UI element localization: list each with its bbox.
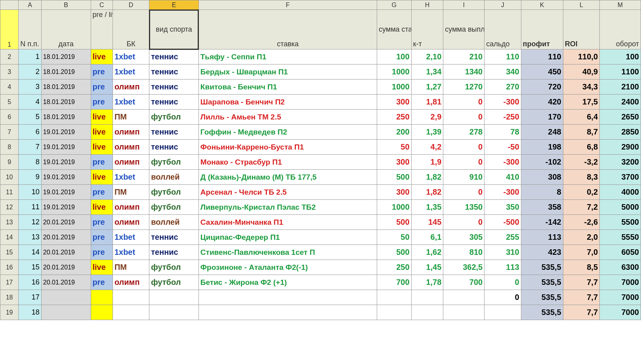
header-oborot[interactable]: оборот — [600, 10, 641, 49]
cell-sport[interactable]: теннис — [149, 64, 199, 80]
cell-sport[interactable] — [149, 305, 199, 320]
col-header-I[interactable]: I — [443, 0, 485, 10]
cell-sum[interactable]: 250 — [377, 260, 411, 275]
row-header[interactable]: 3 — [0, 64, 19, 80]
cell-profit[interactable]: 720 — [521, 80, 563, 95]
row-header[interactable]: 19 — [0, 305, 19, 320]
cell-bk[interactable]: олимп — [113, 215, 149, 230]
cell-sum[interactable]: 300 — [377, 155, 411, 170]
cell-profit[interactable]: 113 — [521, 230, 563, 245]
cell-bet[interactable] — [198, 305, 377, 320]
cell-profit[interactable]: 358 — [521, 200, 563, 215]
cell-roi[interactable]: 8,7 — [563, 125, 599, 140]
cell-pay[interactable]: 362,5 — [443, 260, 485, 275]
row-header[interactable]: 17 — [0, 275, 19, 290]
cell-sport[interactable]: теннис — [149, 49, 199, 64]
cell-saldo[interactable]: 110 — [485, 49, 521, 64]
cell-prelive[interactable]: live — [91, 49, 113, 64]
cell-roi[interactable]: 7,7 — [563, 305, 599, 320]
row-header[interactable]: 9 — [0, 155, 19, 170]
cell-date[interactable]: 18.01.2019 — [41, 49, 91, 64]
cell-saldo[interactable]: -250 — [485, 110, 521, 125]
cell-bk[interactable]: олимп — [113, 140, 149, 155]
header-sport[interactable]: вид спорта — [149, 10, 199, 49]
cell-sum[interactable]: 1000 — [377, 80, 411, 95]
cell-date[interactable] — [41, 290, 91, 305]
row-header[interactable]: 16 — [0, 260, 19, 275]
cell-oborot[interactable]: 5000 — [600, 200, 641, 215]
cell-oborot[interactable]: 7000 — [600, 305, 641, 320]
cell-k[interactable]: 6,1 — [411, 230, 443, 245]
cell-saldo[interactable]: 410 — [485, 170, 521, 185]
cell-pay[interactable] — [443, 305, 485, 320]
cell-roi[interactable]: 6,8 — [563, 140, 599, 155]
cell-sport[interactable]: теннис — [149, 245, 199, 260]
cell-bet[interactable]: Бердых - Шварцман П1 — [198, 64, 377, 80]
cell-oborot[interactable]: 3200 — [600, 155, 641, 170]
row-header[interactable]: 15 — [0, 245, 19, 260]
cell-bk[interactable]: олимп — [113, 155, 149, 170]
cell-pay[interactable]: 1340 — [443, 64, 485, 80]
row-header[interactable]: 6 — [0, 110, 19, 125]
cell-roi[interactable]: 7,7 — [563, 275, 599, 290]
cell-bet[interactable]: Стивенс-Павлюченкова 1сет П — [198, 245, 377, 260]
cell-prelive[interactable]: pre — [91, 275, 113, 290]
cell-sport[interactable]: футбол — [149, 155, 199, 170]
cell-bk[interactable]: 1xbet — [113, 95, 149, 110]
cell-roi[interactable]: 110,0 — [563, 49, 599, 64]
cell-oborot[interactable]: 6300 — [600, 260, 641, 275]
cell-date[interactable]: 19.01.2019 — [41, 200, 91, 215]
cell-k[interactable]: 1,27 — [411, 80, 443, 95]
cell-bk[interactable]: 1xbet — [113, 245, 149, 260]
cell-sport[interactable]: футбол — [149, 200, 199, 215]
cell-k[interactable]: 1,78 — [411, 275, 443, 290]
cell-saldo[interactable]: -300 — [485, 155, 521, 170]
cell-sport[interactable]: футбол — [149, 185, 199, 200]
cell-date[interactable]: 19.01.2019 — [41, 170, 91, 185]
cell-n[interactable]: 4 — [19, 95, 42, 110]
cell-date[interactable]: 18.01.2019 — [41, 64, 91, 80]
col-header-A[interactable]: A — [19, 0, 42, 10]
cell-oborot[interactable]: 2850 — [600, 125, 641, 140]
cell-oborot[interactable]: 5500 — [600, 215, 641, 230]
cell-profit[interactable]: 8 — [521, 185, 563, 200]
col-header-M[interactable]: M — [600, 0, 641, 10]
col-header-L[interactable]: L — [563, 0, 599, 10]
cell-n[interactable]: 6 — [19, 125, 42, 140]
cell-oborot[interactable]: 2400 — [600, 95, 641, 110]
cell-prelive[interactable]: pre — [91, 185, 113, 200]
cell-prelive[interactable]: pre — [91, 64, 113, 80]
cell-pay[interactable] — [443, 290, 485, 305]
cell-profit[interactable]: 420 — [521, 95, 563, 110]
header-roi[interactable]: ROI — [563, 10, 599, 49]
cell-profit[interactable]: 535,5 — [521, 290, 563, 305]
cell-bk[interactable]: олимп — [113, 80, 149, 95]
header-bet[interactable]: ставка — [198, 10, 377, 49]
cell-bet[interactable]: Гоффин - Медведев П2 — [198, 125, 377, 140]
cell-roi[interactable]: 7,2 — [563, 200, 599, 215]
header-k[interactable]: к-т — [411, 10, 443, 49]
cell-n[interactable]: 18 — [19, 305, 42, 320]
cell-date[interactable]: 18.01.2019 — [41, 80, 91, 95]
row-header[interactable]: 12 — [0, 200, 19, 215]
cell-bet[interactable]: Д (Казань)-Динамо (М) ТБ 177,5 — [198, 170, 377, 185]
cell-roi[interactable]: -3,2 — [563, 155, 599, 170]
cell-bet[interactable] — [198, 290, 377, 305]
cell-bk[interactable]: олимп — [113, 200, 149, 215]
cell-prelive[interactable]: pre — [91, 80, 113, 95]
cell-sum[interactable]: 50 — [377, 140, 411, 155]
cell-saldo[interactable]: 340 — [485, 64, 521, 80]
cell-k[interactable] — [411, 290, 443, 305]
cell-sport[interactable]: воллей — [149, 170, 199, 185]
header-saldo[interactable]: сальдо — [485, 10, 521, 49]
cell-pay[interactable]: 810 — [443, 245, 485, 260]
row-header[interactable]: 7 — [0, 125, 19, 140]
cell-sport[interactable]: теннис — [149, 230, 199, 245]
cell-saldo[interactable]: 255 — [485, 230, 521, 245]
cell-date[interactable]: 20.01.2019 — [41, 215, 91, 230]
cell-pay[interactable]: 910 — [443, 170, 485, 185]
cell-saldo[interactable]: 310 — [485, 245, 521, 260]
cell-pay[interactable]: 0 — [443, 185, 485, 200]
col-header-B[interactable]: B — [41, 0, 91, 10]
cell-sum[interactable]: 500 — [377, 170, 411, 185]
